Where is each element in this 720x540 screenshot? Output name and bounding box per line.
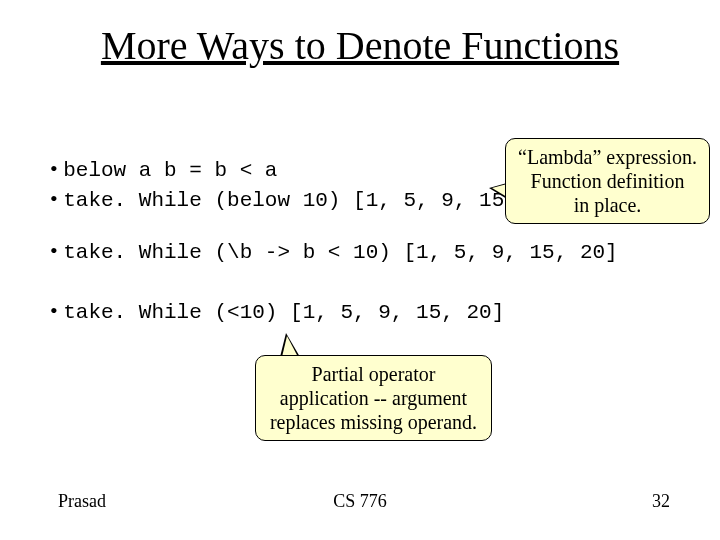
bullet-icon: • xyxy=(50,156,58,181)
footer-page-number: 32 xyxy=(652,491,670,512)
callout-text: Partial operator application -- argument… xyxy=(270,363,477,433)
code-line-4: • take. While (<10) [1, 5, 9, 15, 20] xyxy=(50,297,670,327)
code-text: take. While (\b -> b < 10) [1, 5, 9, 15,… xyxy=(63,241,618,264)
code-text: below a b = b < a xyxy=(63,159,277,182)
code-text: take. While (<10) [1, 5, 9, 15, 20] xyxy=(63,301,504,324)
callout-lambda: “Lambda” expression. Function definition… xyxy=(505,138,710,224)
slide: More Ways to Denote Functions • below a … xyxy=(0,0,720,540)
bullet-icon: • xyxy=(50,298,58,323)
callout-partial: Partial operator application -- argument… xyxy=(255,355,492,441)
code-line-3: • take. While (\b -> b < 10) [1, 5, 9, 1… xyxy=(50,237,670,267)
bullet-icon: • xyxy=(50,186,58,211)
bullet-icon: • xyxy=(50,238,58,263)
callout-text: “Lambda” expression. Function definition… xyxy=(518,146,697,216)
callout-tail xyxy=(282,336,298,357)
spacer xyxy=(50,267,670,297)
footer-course: CS 776 xyxy=(0,491,720,512)
slide-title: More Ways to Denote Functions xyxy=(0,22,720,69)
